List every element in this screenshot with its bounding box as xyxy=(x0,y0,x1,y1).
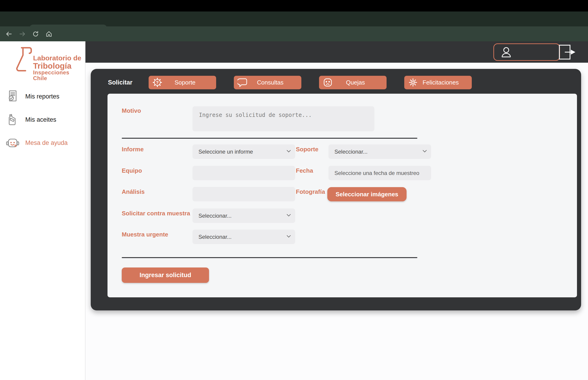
sidebar-item-label: Mis aceites xyxy=(25,116,56,123)
section-label: Solicitar xyxy=(108,79,133,86)
browser-toolbar: ⋮ xyxy=(0,26,588,41)
user-icon xyxy=(500,45,513,59)
divider xyxy=(122,138,417,139)
tab-felicitaciones[interactable]: Felicitaciones xyxy=(404,76,472,89)
report-icon xyxy=(6,90,19,103)
chevron-down-icon xyxy=(286,213,291,217)
motivo-textarea[interactable] xyxy=(193,106,374,131)
gear-question-icon: ? xyxy=(152,77,162,88)
logo-line1: Laboratorio de xyxy=(33,55,85,62)
contra-muestra-select[interactable]: Seleccionar... xyxy=(193,209,295,223)
oil-jug-icon xyxy=(6,113,19,126)
sidebar-item-mis-aceites[interactable]: Mis aceites xyxy=(6,113,56,127)
help-desk-panel: Solicitar ? Soporte Consulta xyxy=(91,69,581,310)
tab-label: Quejas xyxy=(333,79,383,86)
chevron-down-icon xyxy=(286,235,291,238)
reload-icon[interactable] xyxy=(32,31,39,38)
tab-quejas[interactable]: Quejas xyxy=(319,76,387,89)
app-logo: Laboratorio de Tribología Inspecciones C… xyxy=(15,45,85,81)
informe-select-value: Seleccione un informe xyxy=(198,149,253,155)
tab-label: Felicitaciones xyxy=(418,79,468,86)
divider xyxy=(122,257,417,258)
tab-soporte[interactable]: ? Soporte xyxy=(149,76,216,89)
informe-label: Informe xyxy=(122,146,144,153)
speech-bubble-icon xyxy=(237,77,248,88)
request-form-card: Motivo Informe Seleccione un informe Sop… xyxy=(107,94,577,297)
sparkle-burst-icon xyxy=(408,77,418,88)
sidebar: Laboratorio de Tribología Inspecciones C… xyxy=(0,41,85,380)
sidebar-item-mesa-de-ayuda[interactable]: Mesa de ayuda xyxy=(6,136,68,150)
app-header xyxy=(85,41,588,63)
robot-headset-icon xyxy=(6,136,19,150)
contra-muestra-select-value: Seleccionar... xyxy=(198,213,232,219)
sidebar-item-label: Mis reportes xyxy=(25,93,59,100)
informe-select[interactable]: Seleccione un informe xyxy=(193,144,295,159)
soporte-select-value: Seleccionar... xyxy=(334,149,368,155)
logout-button[interactable] xyxy=(558,44,577,60)
logo-line2: Tribología xyxy=(33,62,85,70)
chevron-down-icon xyxy=(286,150,291,153)
forward-icon[interactable] xyxy=(19,31,26,38)
chevron-down-icon xyxy=(422,150,427,153)
contra-muestra-label: Solicitar contra muestra xyxy=(122,210,190,217)
sad-face-icon xyxy=(323,77,333,88)
equipo-input[interactable] xyxy=(193,166,295,180)
sidebar-item-mis-reportes[interactable]: Mis reportes xyxy=(6,89,59,104)
logo-line3: Inspecciones Chile xyxy=(33,70,85,81)
soporte-label: Soporte xyxy=(296,146,318,153)
equipo-label: Equipo xyxy=(122,167,142,174)
home-icon[interactable] xyxy=(45,31,52,38)
analisis-input[interactable] xyxy=(193,187,295,201)
muestra-urgente-select[interactable]: Seleccionar... xyxy=(193,230,295,244)
tab-label: Soporte xyxy=(162,79,213,86)
muestra-urgente-select-value: Seleccionar... xyxy=(198,234,232,240)
logout-door-arrow-icon xyxy=(558,44,577,60)
tab-consultas[interactable]: Consultas xyxy=(234,76,301,89)
user-chip[interactable] xyxy=(493,43,560,61)
sidebar-item-label: Mesa de ayuda xyxy=(25,139,68,147)
fecha-label: Fecha xyxy=(296,167,313,174)
fotografia-label: Fotografía xyxy=(296,188,325,195)
back-icon[interactable] xyxy=(5,31,12,38)
muestra-urgente-label: Muestra urgente xyxy=(122,231,168,238)
analisis-label: Análisis xyxy=(122,188,145,195)
main-content: Solicitar ? Soporte Consulta xyxy=(85,63,588,380)
select-images-button[interactable]: Seleccionar imágenes xyxy=(327,187,407,201)
submit-request-button[interactable]: Ingresar solicitud xyxy=(122,267,209,283)
window-top-strip xyxy=(0,0,588,12)
tab-label: Consultas xyxy=(248,79,298,86)
browser-tabstrip: WebManager - Inspecciones ✕ + xyxy=(0,12,588,26)
soporte-select[interactable]: Seleccionar... xyxy=(329,144,431,159)
fecha-input[interactable] xyxy=(329,166,431,180)
motivo-label: Motivo xyxy=(122,107,141,114)
category-tab-row: Solicitar ? Soporte Consulta xyxy=(108,76,472,89)
svg-text:?: ? xyxy=(156,80,158,85)
screen: WebManager - Inspecciones ✕ + ⋮ xyxy=(0,0,588,380)
